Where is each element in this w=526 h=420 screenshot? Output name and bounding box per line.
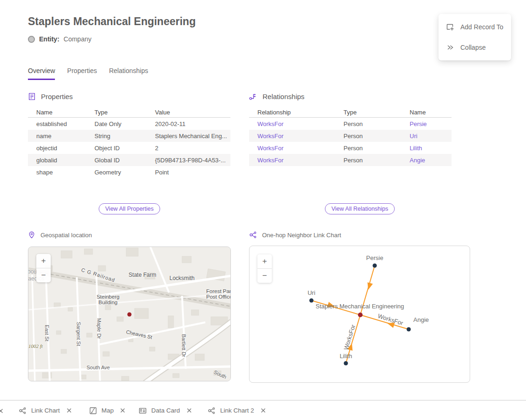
column-header: Value [147,109,230,116]
node-label-center[interactable]: Staplers Mechanical Engineering [316,303,404,310]
tab-overview[interactable]: Overview [28,67,55,80]
table-row[interactable]: WorksFor Person Uri [249,130,452,142]
view-all-properties-button[interactable]: View All Properties [99,203,160,214]
map-label-sargent-st: Sargent St [76,322,81,346]
table-row[interactable]: WorksFor Person Angie [249,154,452,166]
map-zoom-in-button[interactable]: + [36,254,51,268]
view-tab-map[interactable]: Map [89,400,125,420]
tab-properties[interactable]: Properties [67,67,97,80]
node-angie [407,327,411,332]
close-icon[interactable] [187,408,192,413]
map-label-east-st: East St [44,325,50,341]
prop-name: established [28,120,86,127]
prop-type: Geometry [86,169,147,176]
column-header: Name [28,109,86,116]
relationship-link[interactable]: WorksFor [249,120,335,127]
related-entity-link[interactable]: Angie [401,157,452,164]
menu-item-add-record-to[interactable]: Add Record To [438,17,511,37]
menu-item-label: Collapse [460,44,486,51]
relationships-section-header: Relationships [249,93,304,100]
view-all-relationships-button[interactable]: View All Relationships [325,203,395,214]
map-scale-text: 1002 ft [28,343,43,349]
tab-relationships[interactable]: Relationships [109,67,148,80]
prop-type: Object ID [86,145,147,152]
close-icon[interactable] [0,407,3,415]
column-header: Type [335,109,401,116]
prop-type: Date Only [86,120,147,127]
table-row[interactable]: globalid Global ID {5D9B4713-F98D-4A53-.… [28,154,230,166]
page-title: Staplers Mechanical Engineering [28,15,196,28]
entity-label: Entity: [39,35,60,43]
properties-table-header: Name Type Value [28,107,230,118]
view-tab-data-card[interactable]: Data Card [139,400,192,420]
related-entity-link[interactable]: Persie [401,120,452,127]
related-entity-link[interactable]: Uri [401,133,452,140]
node-uri [310,299,314,303]
map-label-steinberg-building: Steinberg Building [96,294,119,305]
prop-value: Staplers Mechanical Eng... [147,133,230,140]
close-icon[interactable] [261,408,266,413]
entity-row: Entity: Company [28,35,91,43]
view-tab-label: Link Chart 2 [220,407,254,414]
relationship-type: Person [335,133,401,140]
map-zoom-out-button[interactable]: − [36,268,51,282]
view-tab-link-chart-2[interactable]: Link Chart 2 [208,400,266,420]
node-label-persie[interactable]: Persie [366,254,384,261]
map-label-bartlett-dr: Bartlett Dr [181,334,187,357]
entity-type-dot-icon [28,36,35,43]
related-entity-link[interactable]: Lilith [401,145,452,152]
prop-value: Point [147,169,230,176]
node-persie [373,264,377,268]
properties-section-title: Properties [41,93,73,100]
entity-value: Company [64,35,92,43]
table-row[interactable]: objectid Object ID 2 [28,142,230,154]
link-chart-zoom-control: + − [257,254,272,283]
close-icon[interactable] [67,408,72,413]
entity-location-marker[interactable] [128,313,132,317]
table-row[interactable]: shape Geometry Point [28,166,230,178]
table-row[interactable]: name String Staplers Mechanical Eng... [28,130,230,142]
one-hop-link-chart[interactable]: Persie Uri Angie Lilith Staplers Mechani… [249,246,470,383]
link-chart-zoom-in-button[interactable]: + [257,254,272,268]
relationship-link[interactable]: WorksFor [249,133,335,140]
table-row[interactable]: established Date Only 2020-02-11 [28,118,230,130]
relationships-table-header: Relationship Type Name [249,107,452,118]
table-row[interactable]: WorksFor Person Lilith [249,142,452,154]
map-zoom-control: + − [36,254,51,282]
relationship-type: Person [335,157,401,164]
node-label-uri[interactable]: Uri [308,289,316,296]
view-tab-label: Link Chart [31,407,60,414]
relationship-type: Person [335,120,401,127]
relationships-table: Relationship Type Name WorksFor Person P… [249,107,452,166]
view-tab-link-chart[interactable]: Link Chart [19,400,72,420]
table-row[interactable]: WorksFor Person Persie [249,118,452,130]
node-label-lilith[interactable]: Lilith [340,353,352,360]
column-header: Type [86,109,147,116]
data-card-page: Staplers Mechanical Engineering Entity: … [0,0,526,420]
relationships-icon [249,93,257,100]
detail-tabs: Overview Properties Relationships [28,67,148,80]
properties-section-header: Properties [28,93,73,100]
geospatial-map[interactable]: rbour opaedics C G Railroad State Farm L… [28,247,231,381]
close-icon[interactable] [120,408,125,413]
relationship-link[interactable]: WorksFor [249,157,335,164]
relationship-link[interactable]: WorksFor [249,145,335,152]
prop-value: 2 [147,145,230,152]
prop-value: 2020-02-11 [147,120,230,127]
view-tab-label: Data Card [151,407,180,414]
node-label-angie[interactable]: Angie [413,316,429,323]
data-card-icon [139,407,147,414]
map-label-south-ave: South Ave [87,365,110,370]
column-header: Name [401,109,452,116]
menu-item-collapse[interactable]: Collapse [438,37,511,58]
prop-type: Global ID [86,157,147,164]
context-menu: Add Record To Collapse [438,14,511,60]
node-lilith [344,361,348,366]
link-chart-zoom-out-button[interactable]: − [257,269,272,283]
view-tab-bar: Link Chart Map Data Card [0,400,526,420]
map-icon [89,407,97,414]
link-chart-icon [19,407,27,414]
map-pin-icon [28,231,35,239]
add-record-icon [446,23,454,31]
map-label-state-farm: State Farm [128,272,156,278]
